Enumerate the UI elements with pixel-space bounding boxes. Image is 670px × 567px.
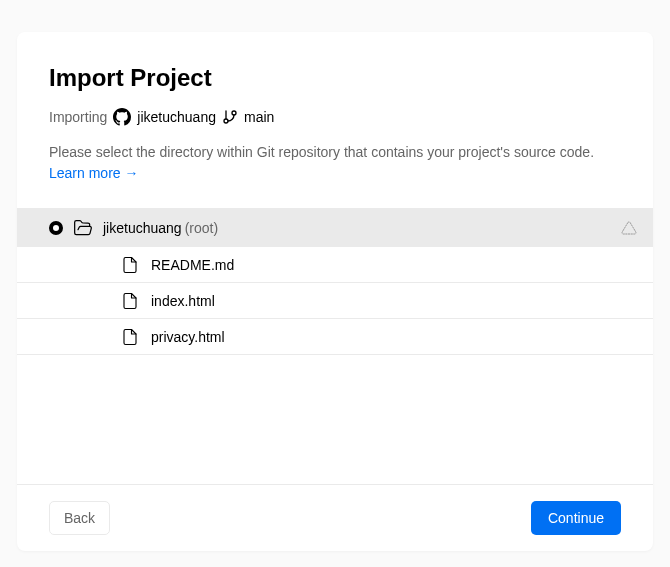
importing-label: Importing bbox=[49, 109, 107, 125]
file-row[interactable]: README.md bbox=[17, 247, 653, 283]
file-icon bbox=[121, 256, 139, 274]
continue-button[interactable]: Continue bbox=[531, 501, 621, 535]
importing-info: Importing jiketuchuang main bbox=[49, 108, 621, 126]
github-icon bbox=[113, 108, 131, 126]
root-folder-name: jiketuchuang bbox=[103, 220, 182, 236]
file-name: privacy.html bbox=[151, 329, 225, 345]
footer: Back Continue bbox=[17, 485, 653, 551]
import-project-card: Import Project Importing jiketuchuang ma… bbox=[17, 32, 653, 551]
header-section: Import Project Importing jiketuchuang ma… bbox=[17, 32, 653, 208]
tree-root-row[interactable]: jiketuchuang(root) bbox=[17, 209, 653, 247]
warning-icon bbox=[621, 220, 637, 236]
learn-more-link[interactable]: Learn more → bbox=[49, 165, 138, 181]
file-row[interactable]: privacy.html bbox=[17, 319, 653, 355]
repo-name: jiketuchuang bbox=[137, 109, 216, 125]
branch-icon bbox=[222, 109, 238, 125]
description: Please select the directory within Git r… bbox=[49, 142, 621, 184]
file-name: index.html bbox=[151, 293, 215, 309]
description-text: Please select the directory within Git r… bbox=[49, 144, 594, 160]
page-title: Import Project bbox=[49, 64, 621, 92]
back-button[interactable]: Back bbox=[49, 501, 110, 535]
file-icon bbox=[121, 328, 139, 346]
tree-spacer bbox=[17, 355, 653, 485]
file-name: README.md bbox=[151, 257, 234, 273]
branch-name: main bbox=[244, 109, 274, 125]
directory-tree: jiketuchuang(root) README.md bbox=[17, 208, 653, 485]
file-icon bbox=[121, 292, 139, 310]
folder-open-icon bbox=[73, 218, 93, 238]
file-row[interactable]: index.html bbox=[17, 283, 653, 319]
root-suffix: (root) bbox=[185, 220, 218, 236]
radio-selected-icon[interactable] bbox=[49, 221, 63, 235]
